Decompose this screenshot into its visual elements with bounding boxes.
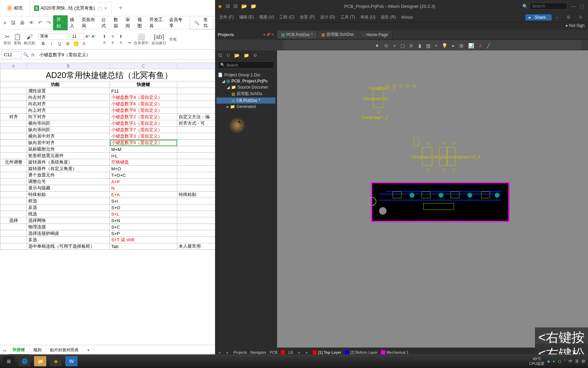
- cell[interactable]: 对齐方式 - 可: [177, 120, 215, 127]
- pcb-canvas[interactable]: Designator7_3 Designator10 Designator7_2…: [277, 50, 588, 348]
- tool-hatch-icon[interactable]: ▨: [426, 43, 430, 48]
- arrow-icon[interactable]: ▸: [305, 350, 309, 355]
- cell[interactable]: [177, 237, 215, 243]
- pcb-trace[interactable]: [379, 200, 502, 201]
- cell[interactable]: 向左对齐: [27, 94, 110, 101]
- align-mid-icon[interactable]: ≡: [109, 34, 116, 39]
- cell[interactable]: S+L: [110, 211, 177, 217]
- tree-generated[interactable]: ▸ 📁Generated: [216, 104, 275, 110]
- pcb-pad[interactable]: [453, 142, 455, 144]
- menu-formula[interactable]: 公式: [99, 17, 111, 29]
- inc-font-icon[interactable]: A⁺: [85, 34, 90, 39]
- tool-align-icon[interactable]: ⊪: [410, 43, 414, 48]
- cell[interactable]: [177, 159, 215, 166]
- doc-tab-pcb[interactable]: ▦PCB.PcbDoc *: [277, 31, 317, 39]
- sheet-tab-1[interactable]: 快捷键: [9, 346, 29, 355]
- tool-filter-icon[interactable]: ▼: [375, 43, 379, 48]
- menu-design[interactable]: 设计 (D): [317, 14, 338, 20]
- panel-projects-btn[interactable]: Projects: [233, 350, 247, 354]
- merge-group[interactable]: ⬜合并居中: [134, 33, 149, 46]
- project-search-input[interactable]: 🔍Search: [218, 61, 274, 68]
- fx-icon[interactable]: fx: [31, 52, 35, 57]
- layer-next-icon[interactable]: ▸: [225, 350, 230, 355]
- doc-tab-home[interactable]: ⌂Home Page: [358, 31, 392, 39]
- menu-page[interactable]: 页面布局: [80, 17, 99, 29]
- tray-icon[interactable]: ◆: [547, 359, 550, 364]
- wrap-group[interactable]: [ab]自动换行: [151, 33, 166, 46]
- pcb-pad[interactable]: [386, 85, 389, 87]
- paste-group[interactable]: 📋复制: [14, 33, 21, 46]
- sheet-tab-2[interactable]: 规则: [29, 346, 46, 354]
- panel-pcb-btn[interactable]: PCB: [270, 350, 278, 354]
- cell[interactable]: [177, 127, 215, 133]
- cell[interactable]: [0, 146, 27, 153]
- cell[interactable]: [0, 140, 27, 146]
- cell[interactable]: [0, 230, 27, 237]
- cell[interactable]: 线选: [27, 211, 110, 217]
- cell[interactable]: 特殊粘贴: [177, 191, 215, 198]
- pcb-pad[interactable]: [443, 142, 446, 144]
- wps-icon[interactable]: W: [65, 356, 78, 366]
- cell[interactable]: [0, 94, 27, 101]
- pcb-pad[interactable]: [377, 111, 380, 114]
- pcb-pad[interactable]: [406, 85, 409, 87]
- menu-icon[interactable]: ≡: [1, 20, 9, 26]
- cell[interactable]: N: [110, 185, 177, 191]
- cell[interactable]: [0, 204, 27, 211]
- cell[interactable]: 元件调整: [0, 159, 27, 166]
- layer-top[interactable]: [1] Top Layer: [313, 350, 341, 354]
- wps-tab-doku[interactable]: D稻壳: [3, 2, 27, 14]
- cell[interactable]: [0, 133, 27, 140]
- cell[interactable]: [0, 88, 27, 94]
- menu-file[interactable]: 文件 (F): [216, 14, 236, 20]
- panel-folder2-icon[interactable]: 📁: [244, 53, 249, 58]
- tree-group[interactable]: 📑Project Group 1.Dsr: [216, 72, 275, 78]
- cell[interactable]: 小键盘数字1（需自定义）: [110, 120, 177, 127]
- cell[interactable]: 框选: [27, 198, 110, 204]
- cell[interactable]: [0, 166, 27, 172]
- ls-label[interactable]: LS: [288, 350, 293, 354]
- menu-dev[interactable]: 开发工具: [147, 17, 167, 29]
- cell[interactable]: 调整位号: [27, 179, 110, 185]
- pcb-pad[interactable]: [378, 87, 380, 89]
- pcb-pad[interactable]: [453, 168, 455, 171]
- print-icon[interactable]: 🖶: [18, 20, 27, 26]
- cell[interactable]: 小键盘数字2（需自定义）: [110, 114, 177, 120]
- layer-bottom[interactable]: [2] Bottom Layer: [345, 350, 378, 354]
- cell[interactable]: 横向等间距: [27, 120, 110, 127]
- undo-icon[interactable]: ↶: [36, 20, 45, 26]
- sheet-add[interactable]: +: [83, 347, 94, 354]
- cell[interactable]: [177, 217, 215, 224]
- align-top-icon[interactable]: ⬆: [101, 34, 108, 39]
- pcb-pad[interactable]: [377, 117, 380, 119]
- bold-icon[interactable]: B: [40, 41, 47, 46]
- folder-icon[interactable]: 📁: [250, 3, 256, 9]
- panel-save-icon[interactable]: 🖫: [218, 53, 222, 58]
- header-func[interactable]: 功能: [0, 81, 110, 88]
- cell[interactable]: [0, 198, 27, 204]
- menu-insert[interactable]: 插入: [68, 17, 80, 29]
- wps-tab-sheet[interactable]: SAD20常用快...结 (北冥有鱼)▢✕: [30, 2, 112, 14]
- align-left-icon[interactable]: ≡: [101, 40, 108, 45]
- cell-reference[interactable]: [1, 51, 22, 58]
- share-button[interactable]: ▸ Share: [525, 14, 552, 20]
- save-icon[interactable]: 🖫: [225, 3, 230, 9]
- switch-footprint[interactable]: [481, 191, 490, 198]
- cell[interactable]: 小键盘数字9（需自定义）: [110, 140, 177, 146]
- cell[interactable]: 属性设置: [27, 88, 110, 94]
- close-icon[interactable]: ✕: [104, 6, 108, 11]
- panel-gear-icon[interactable]: ⚙: [253, 53, 257, 58]
- cell[interactable]: 向下对齐: [27, 114, 110, 120]
- spreadsheet-grid[interactable]: ABC AD20常用快捷键总结（北冥有鱼） 功能快捷键 属性设置F11向左对齐小…: [0, 63, 215, 345]
- altium-icon[interactable]: ◆: [50, 356, 62, 366]
- cell[interactable]: [177, 81, 215, 88]
- align-center-icon[interactable]: ≡: [109, 40, 116, 45]
- menu-project[interactable]: 工程 (C): [277, 14, 297, 20]
- ime-mode[interactable]: 英: [575, 359, 579, 364]
- menu-edit[interactable]: 编辑 (E): [236, 14, 257, 20]
- cell[interactable]: S+C: [110, 224, 177, 230]
- cell[interactable]: 物理连接: [27, 224, 110, 230]
- redo-icon[interactable]: ↷: [45, 20, 53, 26]
- cell[interactable]: [0, 172, 27, 179]
- dec-font-icon[interactable]: A⁻: [92, 34, 96, 39]
